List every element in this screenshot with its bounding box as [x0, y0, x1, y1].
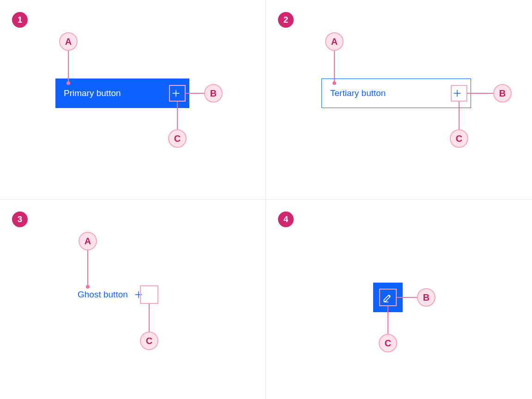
annotation-a-line	[87, 250, 88, 285]
panel-3: 3 A Ghost button C	[0, 200, 266, 399]
panel-1: 1 A Primary button B C	[0, 0, 266, 200]
annotation-c-line	[177, 102, 178, 129]
annotation-a: A	[325, 32, 344, 51]
plus-icon	[171, 88, 181, 98]
plus-icon	[452, 88, 462, 98]
annotation-c-line	[149, 304, 150, 332]
annotation-c: C	[379, 334, 397, 352]
annotation-c: C	[450, 129, 468, 148]
annotation-c-line	[387, 306, 388, 334]
edit-icon	[382, 291, 394, 303]
annotation-a-dot	[332, 81, 336, 85]
annotation-c: C	[168, 129, 187, 148]
annotation-a: A	[59, 32, 78, 51]
primary-button[interactable]: Primary button	[55, 79, 189, 108]
annotation-a-dot	[66, 81, 70, 85]
panel-4: 4 B C	[266, 200, 532, 399]
panel-number-badge: 3	[12, 212, 28, 227]
annotation-b-line	[397, 297, 417, 298]
annotation-a-line	[68, 51, 69, 81]
annotation-b: B	[417, 288, 435, 307]
tertiary-button[interactable]: Tertiary button	[321, 79, 471, 108]
annotation-b: B	[493, 84, 512, 103]
panel-number-badge: 4	[278, 212, 294, 227]
primary-button-label: Primary button	[64, 88, 121, 98]
panel-number-badge: 2	[278, 12, 294, 28]
plus-icon	[133, 290, 144, 300]
panel-number-badge: 1	[12, 12, 28, 28]
annotation-a: A	[79, 232, 97, 250]
annotation-c-line	[459, 102, 459, 129]
tertiary-button-label: Tertiary button	[330, 88, 386, 98]
annotation-b-line	[467, 93, 493, 94]
annotation-c: C	[140, 332, 158, 350]
annotation-a-line	[334, 51, 335, 81]
ghost-button-label: Ghost button	[78, 290, 128, 300]
annotation-a-dot	[86, 285, 90, 289]
annotation-b-line	[186, 93, 204, 94]
annotation-b: B	[204, 84, 223, 103]
diagram-grid: 1 A Primary button B C 2 A Tertiary butt…	[0, 0, 532, 399]
panel-2: 2 A Tertiary button B C	[266, 0, 532, 200]
